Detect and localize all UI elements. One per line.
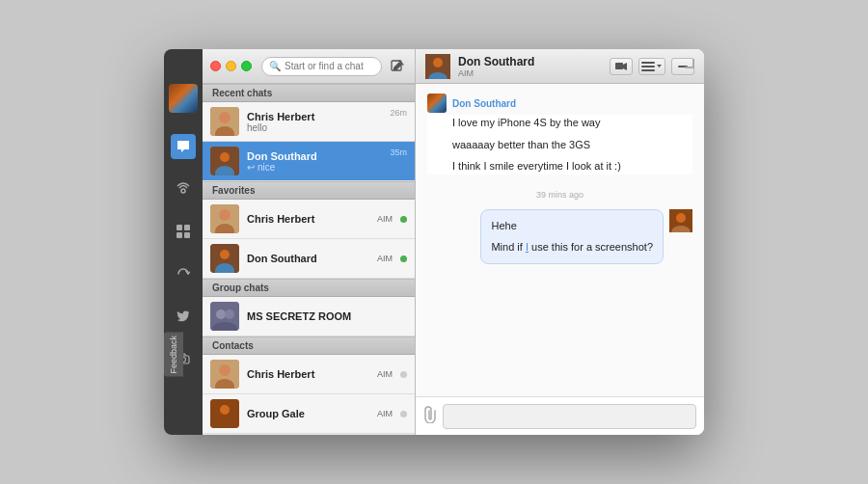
chat-item-group-gale[interactable]: Group Gale AIM bbox=[203, 394, 415, 434]
aim-badge-chris-contacts: AIM bbox=[377, 369, 393, 379]
avatar-don-recent bbox=[210, 147, 239, 175]
chat-list-panel: 🔍 Recent chats bbox=[203, 49, 415, 435]
aim-badge-chris-fav: AIM bbox=[377, 214, 393, 224]
input-area bbox=[416, 396, 704, 435]
sidebar-icons: Feedback bbox=[164, 49, 203, 435]
online-dot-group-gale bbox=[400, 411, 407, 417]
online-dot-chris-fav bbox=[400, 216, 407, 223]
svg-point-12 bbox=[220, 152, 230, 162]
menu-button[interactable] bbox=[638, 58, 665, 75]
section-recent: Recent chats bbox=[203, 84, 415, 102]
chat-info-chris-contacts: Chris Herbert bbox=[247, 368, 369, 380]
svg-point-28 bbox=[220, 405, 230, 415]
chat-item-chris-contacts[interactable]: Chris Herbert AIM bbox=[203, 355, 415, 394]
outgoing-message-bubble: Hehe Mind if I use this for a screenshot… bbox=[480, 209, 664, 264]
incoming-message-bubble: I love my iPhone 4S by the way waaaaay b… bbox=[427, 115, 692, 175]
chat-info-chris-fav: Chris Herbert bbox=[247, 213, 369, 225]
chat-info-don-fav: Don Southard bbox=[247, 253, 369, 264]
section-group-chats: Group chats bbox=[203, 279, 415, 297]
minimize-button[interactable] bbox=[226, 61, 236, 71]
svg-point-25 bbox=[219, 364, 231, 376]
close-button[interactable] bbox=[210, 61, 221, 71]
svg-rect-34 bbox=[641, 66, 655, 67]
svg-point-18 bbox=[220, 250, 230, 259]
chat-name-group-gale: Group Gale bbox=[247, 408, 369, 419]
sidebar-item-chat[interactable] bbox=[171, 134, 196, 159]
incoming-sender-avatar bbox=[427, 94, 447, 113]
chat-panel: Don Southard AIM bbox=[415, 49, 704, 435]
chat-name-ms-secretz: MS SECRETZ ROOM bbox=[247, 310, 407, 322]
video-call-button[interactable] bbox=[610, 58, 633, 75]
sidebar-item-broadcast[interactable] bbox=[171, 176, 196, 202]
feedback-tab[interactable]: Feedback bbox=[164, 333, 183, 377]
chat-item-ms-secretz[interactable]: MS SECRETZ ROOM bbox=[203, 297, 415, 336]
avatar-chris-recent bbox=[210, 107, 239, 136]
avatar-chris-contacts bbox=[210, 360, 239, 389]
msg-line-2: waaaaay better than the 3GS bbox=[452, 137, 692, 153]
sidebar-item-refresh[interactable] bbox=[171, 261, 196, 286]
search-bar[interactable]: 🔍 bbox=[261, 57, 382, 76]
maximize-button[interactable] bbox=[241, 61, 252, 71]
online-dot-don-fav bbox=[400, 255, 407, 262]
chat-item-chris-fav[interactable]: Chris Herbert AIM bbox=[203, 200, 415, 239]
message-input[interactable] bbox=[443, 404, 696, 429]
outgoing-message-row: Hehe Mind if I use this for a screenshot… bbox=[427, 209, 692, 264]
svg-point-0 bbox=[181, 189, 185, 193]
svg-rect-35 bbox=[641, 69, 655, 71]
aim-badge-group-gale: AIM bbox=[377, 409, 393, 418]
chat-info-ms-secretz: MS SECRETZ ROOM bbox=[247, 310, 407, 322]
chat-info-group-gale: Group Gale bbox=[247, 408, 369, 419]
chat-item-don-recent[interactable]: Don Southard ↩ nice 35m bbox=[203, 142, 415, 181]
msg-line-3: I think I smile everytime I look at it :… bbox=[452, 158, 692, 175]
chat-info-don-recent: Don Southard ↩ nice bbox=[247, 150, 382, 173]
svg-rect-4 bbox=[184, 232, 190, 238]
app-window: Feedback 🔍 Recent chats bbox=[164, 49, 704, 435]
section-contacts: Contacts bbox=[203, 336, 415, 355]
incoming-sender-name: Don Southard bbox=[427, 94, 692, 113]
sidebar-item-grid[interactable] bbox=[171, 219, 196, 244]
chat-header: Don Southard AIM bbox=[416, 49, 704, 84]
outgoing-line-1: Hehe bbox=[491, 218, 653, 234]
section-favorites: Favorites bbox=[203, 181, 415, 200]
msg-line-1: I love my iPhone 4S by the way bbox=[452, 115, 692, 131]
svg-rect-1 bbox=[176, 225, 182, 230]
svg-point-30 bbox=[433, 58, 443, 67]
title-bar: 🔍 bbox=[203, 49, 415, 84]
chat-preview-chris-recent: hello bbox=[247, 122, 382, 133]
chat-info-chris-recent: Chris Herbert hello bbox=[247, 111, 382, 133]
sidebar-item-twitter[interactable] bbox=[171, 304, 196, 329]
messages-area[interactable]: Don Southard I love my iPhone 4S by the … bbox=[416, 84, 704, 396]
user-avatar[interactable] bbox=[169, 84, 198, 113]
chat-item-chris-recent[interactable]: Chris Herbert hello 26m bbox=[203, 102, 415, 142]
avatar-ms-secretz bbox=[210, 302, 239, 331]
avatar-don-fav bbox=[210, 244, 239, 273]
chat-name-chris-recent: Chris Herbert bbox=[247, 111, 382, 122]
svg-rect-33 bbox=[641, 62, 655, 64]
svg-point-38 bbox=[676, 213, 686, 223]
svg-rect-2 bbox=[184, 225, 190, 230]
chat-name-chris-fav: Chris Herbert bbox=[247, 213, 369, 225]
aim-badge-don-fav: AIM bbox=[377, 254, 393, 263]
search-input[interactable] bbox=[285, 61, 374, 71]
outgoing-sender-avatar bbox=[669, 209, 692, 232]
chat-header-avatar bbox=[425, 54, 450, 79]
chat-header-service: AIM bbox=[458, 68, 602, 78]
chat-header-info: Don Southard AIM bbox=[458, 55, 602, 78]
chat-preview-don-recent: nice bbox=[258, 162, 275, 173]
outgoing-line-2: Mind if I use this for a screenshot? bbox=[491, 239, 653, 255]
compose-button[interactable] bbox=[388, 57, 407, 76]
chat-header-name: Don Southard bbox=[458, 55, 602, 68]
attach-button[interactable] bbox=[423, 406, 437, 427]
avatar-group-gale bbox=[210, 399, 239, 428]
timestamp-divider: 39 mins ago bbox=[427, 190, 692, 200]
avatar-chris-fav bbox=[210, 204, 239, 233]
chat-item-don-fav[interactable]: Don Southard AIM bbox=[203, 239, 415, 279]
chat-name-don-fav: Don Southard bbox=[247, 253, 369, 264]
svg-point-22 bbox=[225, 309, 234, 319]
svg-point-15 bbox=[219, 209, 231, 221]
chat-time-don-recent: 35m bbox=[390, 148, 407, 157]
resize-handle[interactable] bbox=[685, 59, 694, 70]
sent-checkmark: ↩ bbox=[247, 162, 255, 173]
svg-point-21 bbox=[216, 309, 226, 319]
svg-point-9 bbox=[219, 112, 231, 123]
